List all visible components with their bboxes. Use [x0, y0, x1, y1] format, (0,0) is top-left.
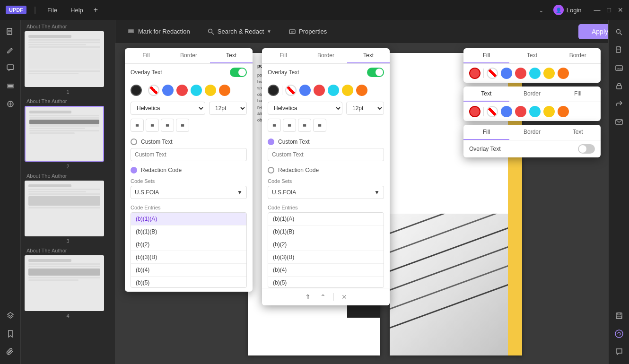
panel-center-tab-text[interactable]: Text — [347, 48, 390, 63]
custom-text-radio-left[interactable] — [131, 139, 137, 145]
right-icon-mail[interactable] — [612, 114, 627, 130]
color-swatch-cyan[interactable] — [191, 85, 202, 96]
sidebar-icon-attach[interactable] — [3, 344, 18, 359]
panel-left-tab-text[interactable]: Text — [210, 48, 253, 63]
color-blue-2[interactable] — [501, 106, 512, 117]
code-item-left-5[interactable]: (b)(5) — [131, 277, 246, 288]
props-tab-text-2[interactable]: Text — [463, 87, 509, 102]
custom-text-input-left[interactable] — [131, 148, 247, 161]
custom-text-radio-center[interactable] — [268, 139, 274, 145]
right-icon-lock[interactable] — [612, 78, 627, 94]
color-red-2[interactable] — [515, 106, 526, 117]
code-item-center-5[interactable]: (b)(5) — [268, 277, 384, 288]
align-center-btn[interactable]: ≡ — [146, 119, 159, 132]
align-justify-btn[interactable]: ≡ — [176, 119, 189, 132]
properties-button[interactable]: Properties — [284, 25, 332, 38]
right-icon-chat[interactable] — [612, 344, 627, 359]
color-swatch-blue[interactable] — [162, 85, 174, 96]
align-right-btn[interactable]: ≡ — [161, 119, 174, 132]
color-swatch-orange-center[interactable] — [356, 85, 367, 96]
color-cyan-2[interactable] — [529, 106, 541, 117]
code-item-center-1[interactable]: (b)(1)(B) — [268, 225, 384, 238]
panel-center-overlay-toggle[interactable] — [367, 68, 384, 77]
align-justify-btn-c[interactable]: ≡ — [313, 119, 326, 132]
font-select-left[interactable]: Helvetica — [131, 102, 205, 115]
code-item-center-3[interactable]: (b)(3)(B) — [268, 251, 384, 264]
menu-help[interactable]: Help — [67, 5, 87, 16]
redaction-code-radio-center[interactable] — [268, 167, 274, 173]
code-sets-dropdown-center[interactable]: U.S.FOIA ▼ — [268, 186, 384, 199]
props-tab-fill-2[interactable]: Fill — [555, 87, 601, 102]
custom-text-input-center[interactable] — [268, 148, 384, 161]
code-item-left-1[interactable]: (b)(1)(B) — [131, 225, 246, 238]
code-item-center-0[interactable]: (b)(1)(A) — [268, 213, 384, 225]
color-swatch-yellow-center[interactable] — [342, 85, 353, 96]
color-swatch-red[interactable] — [176, 85, 188, 96]
thumb-4[interactable]: 4 — [25, 255, 111, 319]
code-item-left-3[interactable]: (b)(3)(B) — [131, 251, 246, 264]
right-icon-pdf[interactable]: PDF — [612, 61, 627, 76]
sidebar-icon-pages[interactable] — [3, 25, 18, 40]
color-swatch-black-selected[interactable] — [131, 85, 142, 96]
color-swatch-black-center[interactable] — [268, 85, 279, 96]
align-right-btn-c[interactable]: ≡ — [298, 119, 311, 132]
color-swatch-cyan-center[interactable] — [328, 85, 339, 96]
panel-nav-up-up[interactable]: ⇑ — [303, 291, 313, 303]
right-icon-ai[interactable] — [612, 326, 627, 341]
color-orange-1[interactable] — [558, 68, 569, 79]
chevron-down-icon[interactable]: ⌄ — [539, 7, 544, 14]
redaction-code-radio-left[interactable] — [131, 167, 137, 173]
align-center-btn-c[interactable]: ≡ — [283, 119, 296, 132]
panel-center-tab-border[interactable]: Border — [305, 48, 347, 63]
font-select-center[interactable]: Helvetica — [268, 102, 342, 115]
props-tab-fill-3[interactable]: Fill — [463, 125, 509, 140]
size-select-center[interactable]: 12pt — [346, 102, 384, 115]
color-swatch-transparent[interactable] — [148, 85, 159, 96]
panel-center-tab-fill[interactable]: Fill — [262, 48, 305, 63]
maximize-button[interactable]: □ — [607, 6, 611, 14]
thumb-2[interactable]: 2 — [25, 106, 111, 169]
menu-file[interactable]: File — [44, 5, 61, 16]
color-swatch-blue-center[interactable] — [299, 85, 311, 96]
props-tab-fill-1[interactable]: Fill — [463, 48, 509, 63]
code-item-left-4[interactable]: (b)(4) — [131, 264, 246, 277]
right-icon-search[interactable] — [612, 25, 627, 40]
color-swatch-orange[interactable] — [219, 85, 230, 96]
color-swatch-red-center[interactable] — [314, 85, 325, 96]
color-transparent-2[interactable] — [487, 106, 498, 117]
props-tab-border-3[interactable]: Border — [509, 125, 555, 140]
color-yellow-1[interactable] — [543, 68, 555, 79]
search-redact-button[interactable]: Search & Redact ▼ — [202, 25, 276, 38]
code-item-center-2[interactable]: (b)(2) — [268, 238, 384, 251]
right-icon-share[interactable] — [612, 96, 627, 112]
code-item-left-0[interactable]: (b)(1)(A) — [131, 213, 246, 225]
code-item-left-2[interactable]: (b)(2) — [131, 238, 246, 251]
new-tab-button[interactable]: + — [94, 6, 98, 14]
align-left-btn[interactable]: ≡ — [131, 119, 144, 132]
panel-nav-close[interactable]: ✕ — [340, 291, 349, 303]
panel-left-tab-border[interactable]: Border — [167, 48, 210, 63]
sidebar-icon-tools[interactable] — [3, 96, 18, 112]
color-cyan-1[interactable] — [529, 68, 541, 79]
props-tab-border-2[interactable]: Border — [509, 87, 555, 102]
props-overlay-toggle[interactable] — [578, 144, 595, 154]
color-red-1[interactable] — [515, 68, 526, 79]
color-swatch-yellow[interactable] — [205, 85, 216, 96]
panel-nav-up[interactable]: ⌃ — [318, 291, 328, 303]
props-tab-text-1[interactable]: Text — [509, 48, 555, 63]
color-swatch-transparent-center[interactable] — [285, 85, 297, 96]
panel-left-tab-fill[interactable]: Fill — [125, 48, 167, 63]
thumb-1[interactable]: 1 — [25, 31, 111, 95]
color-yellow-2[interactable] — [543, 106, 555, 117]
color-orange-2[interactable] — [558, 106, 569, 117]
minimize-button[interactable]: — — [594, 6, 601, 14]
props-tab-text-3[interactable]: Text — [555, 125, 601, 140]
right-icon-save[interactable] — [612, 308, 627, 323]
close-button[interactable]: ✕ — [618, 6, 623, 14]
sidebar-icon-edit[interactable] — [3, 43, 18, 58]
login-button[interactable]: 👤 Login — [553, 5, 582, 15]
props-tab-border-1[interactable]: Border — [555, 48, 601, 63]
color-red-selected-2[interactable] — [469, 106, 480, 117]
color-transparent-1[interactable] — [487, 68, 498, 79]
panel-left-overlay-toggle[interactable] — [230, 68, 247, 77]
